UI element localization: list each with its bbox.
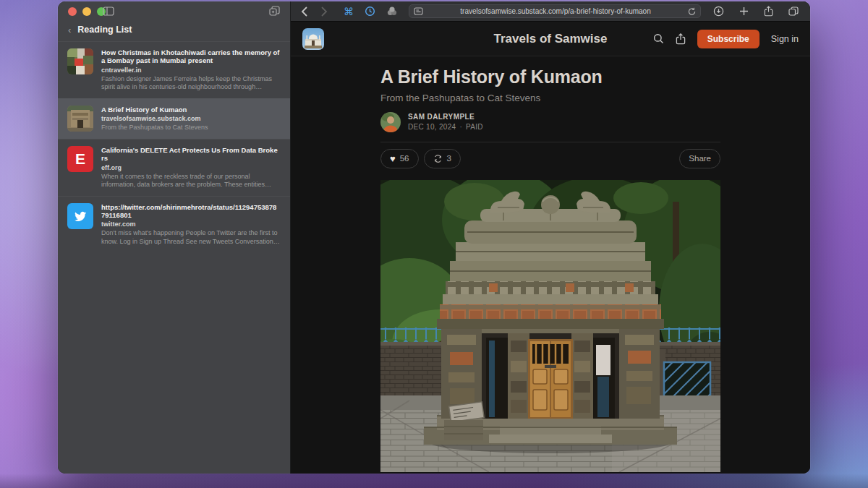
article-domain: twitter.com xyxy=(101,221,280,228)
traffic-lights xyxy=(68,7,106,16)
author-name[interactable]: SAM DALRYMPLE xyxy=(408,113,483,121)
article-domain: eff.org xyxy=(101,164,280,171)
back-icon[interactable] xyxy=(301,7,307,17)
author-avatar[interactable] xyxy=(380,112,401,132)
temple-photograph[interactable] xyxy=(380,180,720,472)
share-label: Share xyxy=(689,154,711,163)
post-date: DEC 10, 2024 xyxy=(408,123,456,131)
heart-icon: ♥ xyxy=(390,154,396,163)
article-description: When it comes to the reckless trade of o… xyxy=(101,173,280,189)
eff-letter: E xyxy=(75,150,85,168)
article-title: A Brief History of Kumaon xyxy=(101,106,208,114)
reading-list-item-selected[interactable]: A Brief History of Kumaon travelsofsamwi… xyxy=(58,98,290,139)
article-summary: https://twitter.com/shirinmehrotra/statu… xyxy=(101,203,280,247)
article-title: https://twitter.com/shirinmehrotra/statu… xyxy=(101,203,280,220)
publication-logo[interactable] xyxy=(302,28,324,50)
article-description: Don't miss what's happening People on Tw… xyxy=(101,229,280,246)
site-header: Travels of Samwise Subscribe Sign in xyxy=(291,22,810,56)
christmas-collage-image xyxy=(67,48,93,74)
share-icon[interactable] xyxy=(764,6,773,17)
reading-list-sidebar: ‹ Reading List How Christmas in Khotachi… xyxy=(58,1,291,474)
article-title: California's DELETE Act Protects Us From… xyxy=(101,146,280,163)
publication-name[interactable]: Travels of Samwise xyxy=(494,32,608,46)
site-header-actions: Subscribe Sign in xyxy=(653,30,799,48)
circles-extension-icon[interactable] xyxy=(386,6,398,17)
article-domain: cntraveller.in xyxy=(101,67,280,74)
reading-list-item[interactable]: E California's DELETE Act Protects Us Fr… xyxy=(58,139,290,196)
page-content: A Brief History of Kumaon From the Pashu… xyxy=(291,56,810,474)
article-summary: California's DELETE Act Protects Us From… xyxy=(101,146,280,189)
byline: SAM DALRYMPLE DEC 10, 2024 · PAID xyxy=(380,112,720,132)
article: A Brief History of Kumaon From the Pashu… xyxy=(380,56,720,472)
like-button[interactable]: ♥ 56 xyxy=(380,149,419,168)
article-thumbnail xyxy=(67,48,93,74)
new-tab-group-icon[interactable] xyxy=(269,6,280,19)
nav-buttons xyxy=(301,7,328,17)
toolbar-right-buttons xyxy=(713,6,799,17)
close-window-button[interactable] xyxy=(68,7,77,16)
address-bar[interactable]: travelsofsamwise.substack.com/p/a-brief-… xyxy=(409,4,701,18)
browser-main-pane: ⌘ travelsofsamwise. xyxy=(291,1,810,474)
article-summary: A Brief History of Kumaon travelsofsamwi… xyxy=(101,106,208,132)
clock-extension-icon[interactable] xyxy=(365,6,375,17)
byline-divider xyxy=(380,142,720,142)
sidebar-back-icon[interactable]: ‹ xyxy=(68,25,71,35)
byline-text: SAM DALRYMPLE DEC 10, 2024 · PAID xyxy=(408,113,483,131)
meta-separator: · xyxy=(459,123,462,131)
article-subtitle: From the Pashupatas to Cat Stevens xyxy=(380,93,720,103)
sidebar-toggle-icon[interactable] xyxy=(103,6,114,19)
page-settings-icon[interactable] xyxy=(414,7,423,15)
subscribe-button[interactable]: Subscribe xyxy=(697,30,760,48)
site-share-icon[interactable] xyxy=(676,33,686,45)
article-summary: How Christmas in Khotachiwadi carries th… xyxy=(101,48,280,92)
extension-buttons: ⌘ xyxy=(344,6,398,17)
article-domain: travelsofsamwise.substack.com xyxy=(101,115,208,122)
like-count: 56 xyxy=(400,154,409,163)
new-tab-icon[interactable] xyxy=(739,7,749,16)
tab-overview-icon[interactable] xyxy=(788,7,799,16)
sign-in-link[interactable]: Sign in xyxy=(771,34,799,44)
article-thumbnail xyxy=(67,106,93,132)
share-post-button[interactable]: Share xyxy=(679,149,720,168)
post-actions: ♥ 56 3 Share xyxy=(380,149,720,168)
article-title: A Brief History of Kumaon xyxy=(380,67,720,87)
safari-window: ‹ Reading List How Christmas in Khotachi… xyxy=(58,1,810,474)
restack-count: 3 xyxy=(447,154,451,163)
reading-list-header: ‹ Reading List xyxy=(58,21,290,41)
paid-badge: PAID xyxy=(466,123,483,131)
search-icon[interactable] xyxy=(653,33,664,44)
restack-icon xyxy=(433,154,443,163)
post-meta: DEC 10, 2024 · PAID xyxy=(408,123,483,131)
reload-icon[interactable] xyxy=(688,7,696,16)
url-text: travelsofsamwise.substack.com/p/a-brief-… xyxy=(423,7,688,15)
desktop-vignette xyxy=(0,474,868,488)
reading-list-item[interactable]: https://twitter.com/shirinmehrotra/statu… xyxy=(58,196,290,253)
browser-toolbar: ⌘ travelsofsamwise. xyxy=(291,1,810,22)
twitter-logo-icon xyxy=(67,203,93,229)
reading-list-title: Reading List xyxy=(77,25,132,35)
reading-list-item[interactable]: How Christmas in Khotachiwadi carries th… xyxy=(58,41,290,98)
command-extension-icon[interactable]: ⌘ xyxy=(344,7,354,17)
window-chrome xyxy=(58,1,290,21)
temple-thumbnail-image xyxy=(67,106,93,132)
article-title: How Christmas in Khotachiwadi carries th… xyxy=(101,48,280,65)
article-description: Fashion designer James Ferreira helps ke… xyxy=(101,75,280,92)
article-description: From the Pashupatas to Cat Stevens xyxy=(101,124,208,132)
forward-icon[interactable] xyxy=(321,7,328,17)
eff-logo-icon: E xyxy=(67,146,93,172)
download-icon[interactable] xyxy=(713,6,724,17)
restack-button[interactable]: 3 xyxy=(424,149,461,168)
minimize-window-button[interactable] xyxy=(82,7,91,16)
